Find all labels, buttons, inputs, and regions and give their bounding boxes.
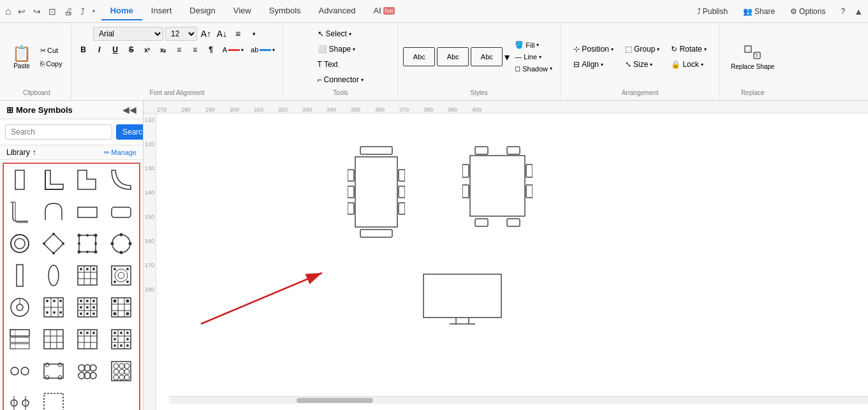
superscript-button[interactable]: x² — [140, 43, 154, 57]
text-color-button[interactable]: A ▾ — [220, 45, 246, 55]
svg-point-5 — [11, 235, 29, 253]
ribbon-collapse-btn[interactable]: ▲ — [854, 6, 863, 17]
publish-button[interactable]: ⤴ Publish — [691, 4, 734, 18]
style-preset-3[interactable]: Abc — [471, 47, 503, 66]
tab-ai[interactable]: AI hot — [364, 2, 404, 20]
scrollbar-thumb[interactable] — [297, 398, 373, 403]
drawing-canvas[interactable] — [156, 113, 868, 404]
symbol-cell-grid3x3b[interactable] — [105, 291, 137, 323]
undo-btn[interactable]: ↩ — [17, 5, 27, 18]
styles-expand-btn[interactable]: ▾ — [504, 51, 510, 63]
symbol-cell-diamond-dots[interactable] — [38, 228, 70, 260]
align-btn[interactable]: ≡ — [231, 27, 245, 41]
manage-button[interactable]: ✏ Manage — [104, 149, 136, 157]
italic-button[interactable]: I — [92, 43, 107, 57]
style-preset-2[interactable]: Abc — [437, 47, 469, 66]
symbol-cell-l2[interactable] — [71, 164, 103, 196]
symbol-cell-burner[interactable] — [105, 260, 137, 291]
font-family-select[interactable]: Arial — [93, 27, 163, 41]
share-quick-btn[interactable]: ⤴ — [79, 5, 86, 18]
symbol-cell-rect[interactable] — [71, 196, 103, 228]
shadow-button[interactable]: ◻ Shadow ▾ — [512, 63, 555, 74]
symbol-cell-partial2[interactable] — [38, 387, 70, 410]
symbol-cell-grid3x2[interactable] — [38, 291, 70, 323]
symbol-cell-circle-dots[interactable] — [105, 228, 137, 260]
group-button[interactable]: ⬚ Group ▾ — [621, 42, 664, 56]
symbol-cell-grid3x3[interactable] — [71, 291, 103, 323]
style-preset-1[interactable]: Abc — [403, 47, 435, 66]
symbol-cell-curved-l[interactable] — [4, 196, 36, 228]
symbol-cell-small1[interactable] — [4, 323, 36, 355]
underline-button[interactable]: U — [108, 43, 122, 57]
shape-tv[interactable] — [421, 272, 504, 328]
subscript-button[interactable]: x₂ — [156, 43, 170, 57]
paste-button[interactable]: 📋 Paste — [8, 42, 36, 72]
font-size-select[interactable]: 12 — [165, 27, 197, 41]
svg-point-17 — [86, 234, 89, 237]
font-size-increase[interactable]: A↑ — [199, 27, 213, 41]
list-btn[interactable]: ≡ — [188, 43, 202, 57]
cut-button[interactable]: ✂ Cut — [37, 45, 66, 57]
quick-actions-more[interactable]: ▾ — [91, 7, 96, 15]
symbol-cell-tall-rect[interactable] — [4, 164, 36, 196]
symbol-cell-small4[interactable] — [105, 323, 137, 355]
symbol-cell-small3[interactable] — [71, 323, 103, 355]
symbol-cell-oval-sm[interactable] — [38, 355, 70, 387]
print-btn[interactable]: 🖨 — [63, 5, 74, 18]
text-tool-button[interactable]: T Text — [313, 57, 368, 71]
tab-view[interactable]: View — [224, 2, 260, 20]
fill-button[interactable]: 🪣 Fill ▾ — [512, 40, 555, 50]
indent-btn[interactable]: ≡ — [172, 43, 186, 57]
redo-btn[interactable]: ↪ — [32, 5, 42, 18]
symbol-cell-small2[interactable] — [38, 323, 70, 355]
shape-red-arrow[interactable] — [195, 267, 335, 332]
search-button[interactable]: Search — [116, 124, 143, 140]
shape-table1[interactable] — [348, 145, 405, 243]
highlight-color-button[interactable]: ab ▾ — [248, 45, 277, 55]
select-tool-button[interactable]: ↖ Select ▾ — [313, 27, 368, 41]
para-btn[interactable]: ¶ — [204, 43, 218, 57]
strikethrough-button[interactable]: S — [124, 43, 138, 57]
tab-symbols[interactable]: Symbols — [260, 2, 310, 20]
shape-table2[interactable] — [462, 145, 533, 230]
copy-button[interactable]: ⎘ Copy — [37, 58, 66, 70]
help-button[interactable]: ? — [834, 4, 851, 18]
save-btn[interactable]: ⊡ — [47, 5, 57, 18]
symbol-cell-l1[interactable] — [38, 164, 70, 196]
sidebar-collapse-btn[interactable]: ◀◀ — [122, 105, 136, 115]
symbol-cell-thin-tall[interactable] — [4, 260, 36, 291]
align-dropdown[interactable]: ▾ — [247, 27, 261, 41]
position-button[interactable]: ⊹ Position ▾ — [569, 42, 618, 56]
search-input[interactable] — [5, 124, 112, 140]
replace-shape-button[interactable]: Replace Shape — [725, 40, 780, 74]
symbol-cell-circle-sm[interactable] — [4, 355, 36, 387]
symbol-cell-rounded-rect[interactable] — [105, 196, 137, 228]
share-button[interactable]: 👥 Share — [737, 4, 781, 18]
symbol-cell-square-dots[interactable] — [71, 228, 103, 260]
align-button[interactable]: ⊟ Align ▾ — [569, 57, 618, 71]
connector-tool-button[interactable]: ⌐ Connector ▾ — [313, 73, 368, 87]
rotate-button[interactable]: ↻ Rotate ▾ — [666, 42, 710, 56]
symbol-cell-l3[interactable] — [105, 164, 137, 196]
symbol-cell-partial1[interactable] — [4, 387, 36, 410]
symbol-cell-circles4[interactable] — [105, 355, 137, 387]
tab-insert[interactable]: Insert — [142, 2, 181, 20]
tab-home[interactable]: Home — [101, 2, 142, 20]
bold-button[interactable]: B — [77, 43, 91, 57]
symbol-cell-ring[interactable] — [4, 228, 36, 260]
font-size-decrease[interactable]: A↓ — [215, 27, 229, 41]
shape-tool-button[interactable]: ⬜ Shape ▾ — [313, 42, 368, 56]
symbol-cell-oval-tall[interactable] — [38, 260, 70, 291]
line-button[interactable]: — Line ▾ — [512, 52, 555, 62]
symbol-cell-circles3[interactable] — [71, 355, 103, 387]
home-icon[interactable]: ⌂ — [5, 6, 11, 17]
symbol-cell-arch[interactable] — [38, 196, 70, 228]
symbol-cell-knob[interactable] — [4, 291, 36, 323]
horizontal-scrollbar[interactable] — [169, 396, 868, 404]
tab-design[interactable]: Design — [180, 2, 224, 20]
size-button[interactable]: ⤡ Size ▾ — [621, 57, 664, 71]
options-button[interactable]: ⚙ Options — [784, 4, 832, 18]
symbol-cell-grid4[interactable] — [71, 260, 103, 291]
tab-advanced[interactable]: Advanced — [310, 2, 365, 20]
lock-button[interactable]: 🔒 Lock ▾ — [666, 57, 710, 71]
